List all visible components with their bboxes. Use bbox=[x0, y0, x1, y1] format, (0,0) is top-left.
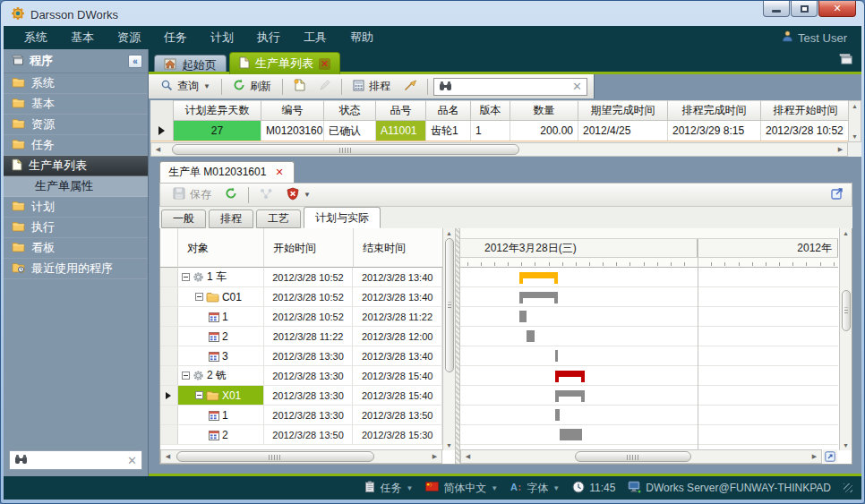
sidebar-search-input[interactable] bbox=[32, 454, 123, 466]
tree-row[interactable]: 12012/3/28 10:522012/3/28 11:22 bbox=[160, 307, 442, 327]
status-language-dropdown[interactable]: 简体中文 ▼ bbox=[425, 481, 498, 496]
menu-item-4[interactable]: 任务 bbox=[152, 26, 199, 49]
page-tab-2[interactable]: 排程 bbox=[209, 209, 253, 228]
gantt-bar[interactable] bbox=[555, 371, 585, 377]
gantt-vertical-scrollbar[interactable]: ▲ ▼ bbox=[839, 228, 852, 450]
tree-row[interactable]: 1 车2012/3/28 10:522012/3/28 13:40 bbox=[160, 268, 442, 287]
gantt-bar[interactable] bbox=[555, 409, 560, 421]
tree-horizontal-scrollbar[interactable]: ◀ ▶ bbox=[160, 449, 442, 464]
tree-row[interactable]: 22012/3/28 11:222012/3/28 12:00 bbox=[160, 327, 442, 346]
sidebar-item-3[interactable]: 资源 bbox=[4, 115, 148, 135]
tree-row-indicator bbox=[160, 406, 178, 424]
gantt-bar[interactable] bbox=[555, 350, 558, 362]
sidebar-item-10[interactable]: 最近使用的程序 bbox=[4, 259, 148, 279]
tree-column-header[interactable]: 开始时间 bbox=[264, 228, 354, 268]
status-font-dropdown[interactable]: A 字体 ▼ bbox=[510, 481, 560, 496]
grid-column-header[interactable]: 计划差异天数 bbox=[174, 100, 261, 121]
schedule-button[interactable]: 排程 bbox=[347, 77, 396, 96]
sidebar-item-2[interactable]: 基本 bbox=[4, 94, 148, 115]
tree-column-header[interactable]: 结束时间 bbox=[354, 228, 443, 268]
window-list-icon[interactable] bbox=[839, 52, 852, 68]
tree-column-header[interactable]: 对象 bbox=[178, 228, 264, 268]
grid-column-header[interactable]: 品号 bbox=[376, 100, 426, 121]
grid-column-header[interactable]: 状态 bbox=[324, 100, 376, 121]
tree-row[interactable]: 12012/3/28 13:302012/3/28 13:50 bbox=[160, 406, 442, 425]
gantt-bar[interactable] bbox=[527, 330, 535, 342]
order-doc-close-icon[interactable]: ✕ bbox=[273, 167, 285, 178]
tree-expand-icon[interactable] bbox=[195, 391, 203, 399]
grid-vertical-scrollbar[interactable]: ▲▼ bbox=[848, 100, 861, 142]
gear-icon bbox=[193, 271, 204, 283]
new-button[interactable] bbox=[288, 77, 311, 96]
grid-column-header[interactable]: 编号 bbox=[261, 100, 324, 121]
gantt-bar[interactable] bbox=[519, 292, 557, 298]
restore-button[interactable] bbox=[791, 1, 818, 17]
menu-item-6[interactable]: 执行 bbox=[245, 26, 292, 49]
tree-expand-icon[interactable] bbox=[195, 293, 203, 301]
cancel-confirm-button[interactable]: ▼ bbox=[281, 185, 316, 205]
page-tab-3[interactable]: 工艺 bbox=[256, 209, 301, 228]
order-doc-tab[interactable]: 生产单 M012031601 ✕ bbox=[159, 161, 295, 183]
grid-column-header[interactable]: 版本 bbox=[471, 100, 510, 121]
tree-expand-icon[interactable] bbox=[182, 273, 190, 281]
refresh-order-button[interactable] bbox=[219, 185, 243, 204]
sidebar-item-6[interactable]: 生产单属性 bbox=[4, 176, 148, 197]
gantt-horizontal-scrollbar[interactable]: ◀ ▶ bbox=[460, 449, 822, 464]
tree-row[interactable]: 22012/3/28 13:502012/3/28 15:30 bbox=[160, 425, 442, 445]
grid-row-indicator bbox=[150, 121, 174, 141]
gantt-bar[interactable] bbox=[519, 311, 527, 322]
grid-horizontal-scrollbar[interactable]: ◀ ▶ bbox=[150, 142, 848, 157]
tree-row[interactable]: 32012/3/28 13:302012/3/28 13:40 bbox=[160, 346, 442, 366]
flow-button[interactable] bbox=[254, 186, 278, 204]
menu-item-3[interactable]: 资源 bbox=[106, 26, 152, 49]
grid-filter-clear-icon[interactable]: ✕ bbox=[572, 80, 582, 93]
user-menu[interactable]: Test User bbox=[782, 30, 852, 45]
gantt-row bbox=[460, 307, 838, 327]
save-button[interactable]: 保存 bbox=[167, 185, 217, 204]
grid-filter-input[interactable] bbox=[457, 81, 568, 93]
grid-column-header[interactable]: 数量 bbox=[510, 100, 578, 121]
menu-item-1[interactable]: 系统 bbox=[13, 26, 59, 49]
menu-item-5[interactable]: 计划 bbox=[199, 26, 245, 49]
page-tab-4[interactable]: 计划与实际 bbox=[304, 207, 381, 228]
page-tab-1[interactable]: 一般 bbox=[161, 209, 206, 228]
tab-close-icon[interactable]: ✕ bbox=[319, 58, 330, 70]
tree-expand-icon[interactable] bbox=[182, 372, 190, 380]
sidebar-search-clear-icon[interactable]: ✕ bbox=[127, 454, 137, 467]
edit-button[interactable] bbox=[313, 78, 336, 96]
tree-row[interactable]: C012012/3/28 10:522012/3/28 13:40 bbox=[160, 287, 442, 307]
sidebar-item-5[interactable]: 生产单列表 bbox=[4, 156, 148, 176]
grid-row[interactable]: 27M012031601已确认A11001齿轮11200.002012/4/25… bbox=[150, 121, 848, 141]
query-button[interactable]: 查询 ▼ bbox=[155, 77, 216, 96]
menu-item-8[interactable]: 帮助 bbox=[338, 26, 385, 49]
grid-column-header[interactable]: 排程完成时间 bbox=[668, 100, 761, 121]
sidebar-item-9[interactable]: 看板 bbox=[4, 238, 148, 259]
gantt-bar[interactable] bbox=[519, 272, 557, 278]
resize-grip[interactable] bbox=[844, 483, 852, 492]
gantt-expand-icon[interactable] bbox=[823, 449, 837, 463]
tree-row[interactable]: X012012/3/28 13:302012/3/28 15:40 bbox=[160, 386, 442, 406]
sidebar-collapse-button[interactable]: « bbox=[128, 55, 142, 68]
sidebar-item-8[interactable]: 执行 bbox=[4, 218, 148, 238]
status-task-dropdown[interactable]: 任务 ▼ bbox=[364, 481, 413, 496]
grid-column-header[interactable]: 期望完成时间 bbox=[578, 100, 668, 121]
clear-schedule-button[interactable] bbox=[398, 77, 422, 96]
gantt-bar[interactable] bbox=[560, 429, 582, 440]
refresh-button[interactable]: 刷新 bbox=[227, 77, 277, 96]
folder-icon bbox=[206, 389, 219, 401]
sidebar-item-4[interactable]: 任务 bbox=[4, 135, 148, 156]
refresh-icon bbox=[233, 79, 245, 94]
tree-row[interactable]: 2 铣2012/3/28 13:302012/3/28 15:40 bbox=[160, 366, 442, 386]
tree-vertical-scrollbar[interactable]: ▲ ▼ bbox=[442, 228, 455, 450]
grid-column-header[interactable]: 品名 bbox=[426, 100, 471, 121]
minimize-button[interactable] bbox=[763, 1, 790, 17]
menu-item-7[interactable]: 工具 bbox=[292, 26, 338, 49]
close-button[interactable]: ✕ bbox=[818, 1, 856, 17]
grid-column-header[interactable]: 排程开始时间 bbox=[761, 100, 848, 121]
menu-item-2[interactable]: 基本 bbox=[59, 26, 106, 49]
open-new-window-icon[interactable] bbox=[830, 186, 844, 204]
sidebar-item-1[interactable]: 系统 bbox=[4, 73, 148, 94]
tab-production-order-list[interactable]: 生产单列表 ✕ bbox=[229, 52, 340, 74]
sidebar-item-7[interactable]: 计划 bbox=[4, 197, 148, 218]
gantt-bar[interactable] bbox=[555, 390, 585, 397]
